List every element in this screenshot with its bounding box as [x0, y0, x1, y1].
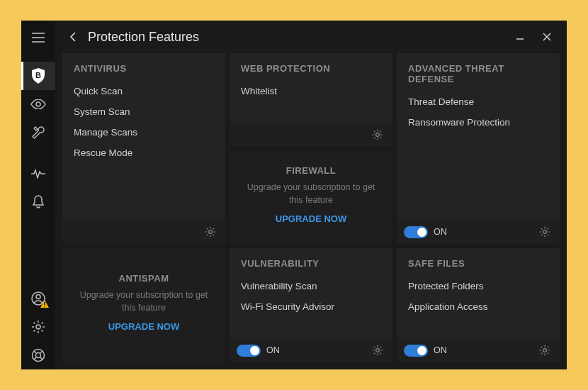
ransomware-protection[interactable]: Ransomware Protection — [408, 112, 548, 133]
support-icon — [31, 348, 45, 362]
antivirus-system-scan[interactable]: System Scan — [74, 101, 214, 122]
gear-icon — [539, 345, 550, 356]
gear-icon — [205, 226, 216, 238]
svg-rect-5 — [44, 306, 45, 307]
close-icon — [543, 33, 551, 41]
toggle-label: ON — [434, 227, 447, 237]
minimize-button[interactable] — [513, 30, 527, 44]
vulnerability-toggle[interactable] — [237, 345, 261, 357]
shield-b-icon: B — [31, 68, 45, 84]
toggle-label: ON — [434, 345, 447, 355]
antivirus-settings-button[interactable] — [203, 224, 218, 240]
application-access[interactable]: Application Access — [408, 296, 548, 317]
sidebar-item-privacy[interactable] — [21, 90, 55, 118]
card-title: WEB PROTECTION — [230, 53, 392, 81]
card-title: FIREWALL — [286, 165, 336, 176]
gear-icon — [372, 129, 383, 140]
upgrade-message: Upgrade your subscription to get this fe… — [78, 289, 210, 314]
svg-point-13 — [543, 349, 547, 352]
sidebar-item-account[interactable] — [21, 284, 55, 313]
web-protection-settings-button[interactable] — [370, 127, 385, 143]
card-title: ADVANCED THREAT DEFENSE — [397, 53, 560, 91]
bell-icon — [32, 195, 45, 209]
titlebar: Protection Features — [62, 21, 560, 53]
sidebar-item-notifications[interactable] — [21, 188, 55, 216]
card-advanced-threat-defense: ADVANCED THREAT DEFENSE Threat Defense R… — [397, 53, 560, 244]
upgrade-now-link[interactable]: UPGRADE NOW — [276, 213, 346, 224]
upgrade-now-link[interactable]: UPGRADE NOW — [108, 321, 179, 332]
menu-icon — [32, 33, 45, 43]
protected-folders[interactable]: Protected Folders — [408, 276, 548, 296]
card-title: SAFE FILES — [397, 248, 560, 276]
svg-point-6 — [36, 325, 40, 329]
card-title: ANTISPAM — [119, 273, 169, 284]
card-title: ANTIVIRUS — [62, 53, 225, 81]
antivirus-manage-scans[interactable]: Manage Scans — [74, 122, 214, 143]
close-button[interactable] — [540, 30, 554, 44]
card-safe-files: SAFE FILES Protected Folders Application… — [397, 248, 560, 362]
gear-icon — [372, 345, 383, 356]
safe-files-settings-button[interactable] — [537, 342, 553, 358]
sidebar-item-protection[interactable]: B — [21, 62, 55, 90]
warning-badge-icon — [40, 300, 49, 308]
svg-point-11 — [376, 349, 380, 352]
minimize-icon — [516, 33, 524, 41]
atd-settings-button[interactable] — [537, 224, 553, 240]
svg-rect-4 — [44, 302, 45, 305]
vulnerability-scan[interactable]: Vulnerability Scan — [241, 276, 381, 296]
wifi-security-advisor[interactable]: Wi-Fi Security Advisor — [241, 296, 381, 317]
vulnerability-settings-button[interactable] — [370, 342, 385, 358]
safe-files-toggle[interactable] — [404, 345, 428, 357]
threat-defense[interactable]: Threat Defense — [408, 91, 548, 112]
svg-point-12 — [543, 230, 547, 234]
main-area: Protection Features ANTIVIRUS Quick Scan… — [55, 21, 567, 369]
atd-toggle[interactable] — [404, 226, 428, 238]
card-antivirus: ANTIVIRUS Quick Scan System Scan Manage … — [62, 53, 225, 244]
sidebar-item-tools[interactable] — [21, 118, 55, 147]
back-button[interactable] — [62, 26, 84, 48]
sidebar: B — [21, 21, 55, 369]
settings-icon — [31, 320, 45, 334]
web-protection-whitelist[interactable]: Whitelist — [241, 81, 381, 101]
menu-button[interactable] — [21, 26, 55, 49]
svg-point-1 — [36, 102, 40, 106]
svg-point-3 — [36, 295, 40, 299]
page-title: Protection Features — [88, 30, 199, 45]
sidebar-item-support[interactable] — [21, 341, 55, 369]
toggle-label: ON — [266, 345, 280, 355]
svg-text:B: B — [35, 71, 41, 79]
sidebar-item-activity[interactable] — [21, 160, 55, 188]
gear-icon — [539, 226, 550, 238]
card-firewall: FIREWALL Upgrade your subscription to ge… — [230, 151, 392, 244]
svg-point-10 — [376, 133, 380, 137]
chevron-left-icon — [69, 32, 77, 42]
svg-point-9 — [209, 230, 213, 234]
tools-icon — [31, 126, 45, 140]
activity-icon — [31, 169, 45, 179]
card-web-protection: WEB PROTECTION Whitelist — [230, 53, 392, 147]
antivirus-rescue-mode[interactable]: Rescue Mode — [74, 143, 214, 163]
eye-icon — [30, 99, 46, 109]
antivirus-quick-scan[interactable]: Quick Scan — [74, 81, 214, 101]
feature-grid: ANTIVIRUS Quick Scan System Scan Manage … — [62, 53, 560, 362]
upgrade-message: Upgrade your subscription to get this fe… — [245, 182, 377, 206]
card-vulnerability: VULNERABILITY Vulnerability Scan Wi-Fi S… — [230, 248, 392, 362]
card-antispam: ANTISPAM Upgrade your subscription to ge… — [62, 248, 225, 362]
sidebar-item-settings[interactable] — [21, 313, 55, 341]
card-title: VULNERABILITY — [230, 248, 392, 276]
svg-point-8 — [36, 353, 41, 358]
app-window: B Protectio — [21, 21, 567, 369]
